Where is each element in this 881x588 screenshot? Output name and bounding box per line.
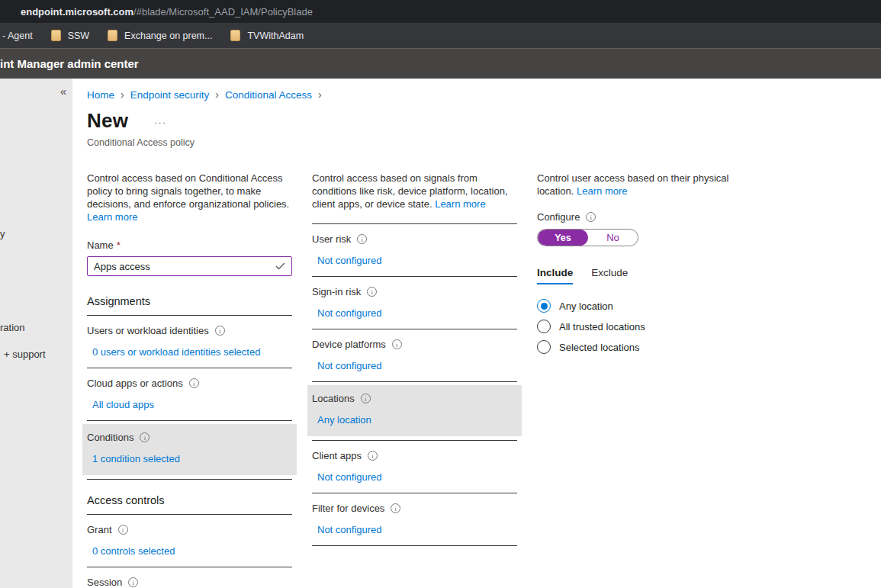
configure-label: Configure [537,211,580,223]
sidebar-item-fragment[interactable]: y [0,228,5,239]
browser-address-bar[interactable]: endpoint.microsoft.com/#blade/Microsoft_… [0,0,881,23]
column-conditions: Control access based on signals from con… [312,172,517,588]
page-title: New [87,109,128,133]
divider [312,545,517,546]
cloud-apps-link[interactable]: All cloud apps [92,399,154,410]
field-cloud-apps: Cloud apps or actions All cloud apps [87,368,292,421]
policy-name-input[interactable] [87,256,292,276]
field-label: Device platforms [312,339,386,350]
info-icon[interactable] [140,432,150,442]
toggle-yes-button[interactable]: Yes [538,230,588,246]
configure-row: Configure [537,211,742,223]
policy-intro-text: Control access based on Conditional Acce… [87,172,292,223]
column-locations: Control user access based on their physi… [537,172,742,588]
field-sign-in-risk: Sign-in risk Not configured [312,277,517,329]
bookmark-tvwithadam[interactable]: TVWithAdam [230,30,304,41]
grant-controls-link[interactable]: 0 controls selected [92,545,175,557]
bookmark-ssw[interactable]: SSW [51,30,89,41]
bookmark-folder-icon [108,30,117,41]
sidebar-item-fragment[interactable]: + support [4,349,46,360]
info-icon[interactable] [128,577,138,587]
bookmark-label: Exchange on prem... [124,31,212,41]
field-user-risk: User risk Not configured [312,224,517,277]
tab-exclude[interactable]: Exclude [591,267,628,284]
info-icon[interactable] [118,525,128,535]
assignments-header: Assignments [87,281,292,315]
column-policy: Control access based on Conditional Acce… [87,172,292,588]
field-label: Filter for devices [312,503,384,514]
radio-label: All trusted locations [559,321,645,333]
learn-more-link[interactable]: Learn more [87,211,137,223]
more-options-icon[interactable]: ··· [154,117,166,128]
field-session: Session 0 controls selected [87,567,292,588]
info-icon[interactable] [361,394,371,403]
locations-link[interactable]: Any location [317,414,371,426]
bookmark-label: TVWithAdam [247,31,304,41]
radio-label: Any location [559,300,613,312]
breadcrumb-home[interactable]: Home [87,89,114,101]
field-device-platforms: Device platforms Not configured [312,329,517,382]
title-row: New ··· [87,109,881,133]
bookmark-folder-icon [230,30,240,41]
users-selected-link[interactable]: 0 users or workload identities selected [92,346,260,358]
valid-check-icon [275,262,285,270]
field-locations: Locations Any location [312,385,517,441]
name-field-block: Name* [87,239,292,276]
user-risk-link[interactable]: Not configured [317,255,382,266]
field-users-workload-identities: Users or workload identities 0 users or … [87,316,292,368]
info-icon[interactable] [392,339,402,349]
device-platforms-link[interactable]: Not configured [317,360,382,371]
field-conditions: Conditions 1 condition selected [87,424,292,480]
radio-any-location[interactable]: Any location [537,299,742,313]
info-icon[interactable] [215,326,225,336]
info-icon[interactable] [586,212,596,222]
required-asterisk: * [117,239,121,251]
info-icon[interactable] [391,503,400,513]
info-icon[interactable] [357,234,367,244]
breadcrumb-conditional-access[interactable]: Conditional Access [225,89,312,101]
field-label: Client apps [312,450,362,461]
location-radio-group: Any location All trusted locations Selec… [537,299,742,354]
info-icon[interactable] [368,451,378,461]
divider [312,381,517,382]
include-exclude-tabs: Include Exclude [537,267,742,284]
radio-icon [537,320,551,333]
breadcrumb: Home Endpoint security Conditional Acces… [87,88,881,101]
name-label: Name* [87,239,292,251]
collapse-sidebar-icon[interactable]: « [60,85,66,98]
filter-for-devices-link[interactable]: Not configured [317,524,382,535]
radio-icon [537,299,551,313]
bookmark-label: SSW [68,31,89,41]
conditions-link[interactable]: 1 condition selected [92,453,180,464]
radio-selected-locations[interactable]: Selected locations [537,340,742,354]
breadcrumb-separator [121,88,124,101]
bookmarks-bar: - Agent SSW Exchange on prem... TVWithAd… [0,23,881,48]
toggle-no-button[interactable]: No [588,230,638,246]
bookmark-label: - Agent [2,31,33,41]
access-controls-header: Access controls [87,480,292,514]
address-path: /#blade/Microsoft_AAD_IAM/PolicyBlade [133,6,313,18]
configure-toggle: Yes No [537,229,638,246]
bookmark-agent[interactable]: - Agent [2,31,33,41]
tab-include[interactable]: Include [537,267,573,284]
breadcrumb-endpoint-security[interactable]: Endpoint security [130,89,210,101]
field-label: Grant [87,524,112,535]
learn-more-link[interactable]: Learn more [435,198,485,210]
client-apps-link[interactable]: Not configured [317,471,382,483]
page-subtitle: Conditional Access policy [87,137,881,148]
field-label: Session [87,577,122,588]
bookmark-exchange[interactable]: Exchange on prem... [108,30,212,41]
info-icon[interactable] [367,287,377,297]
conditions-intro-text: Control access based on signals from con… [312,172,517,210]
sign-in-risk-link[interactable]: Not configured [317,307,382,319]
radio-all-trusted-locations[interactable]: All trusted locations [537,320,742,333]
sidebar-item-fragment[interactable]: ration [0,322,25,333]
field-label: Users or workload identities [87,325,209,336]
info-icon[interactable] [189,378,199,388]
field-label: Cloud apps or actions [87,378,183,389]
learn-more-link[interactable]: Learn more [577,185,627,197]
radio-label: Selected locations [559,342,640,353]
app-body: « y ration + support Home Endpoint secur… [0,79,881,588]
field-client-apps: Client apps Not configured [312,441,517,493]
field-label: Conditions [87,432,133,443]
